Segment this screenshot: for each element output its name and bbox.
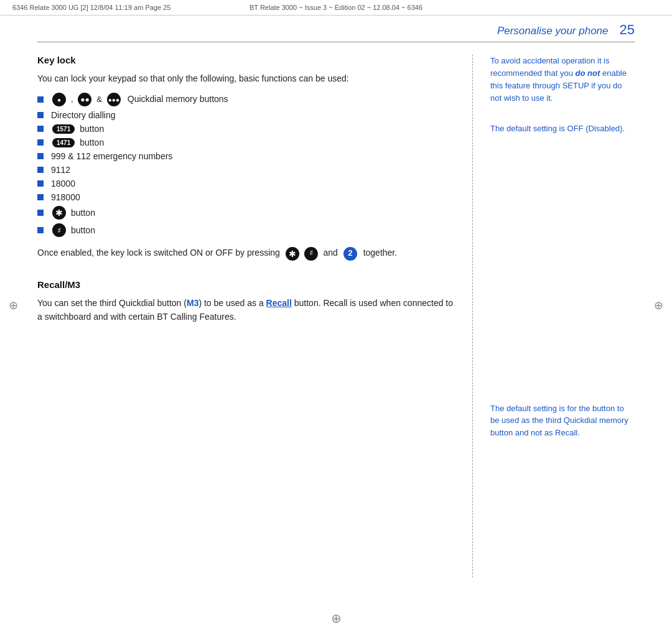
bullet-icon: [37, 139, 44, 146]
list-item: ♯ button: [37, 223, 454, 237]
keylock-bullet-list: ● , ●● & ●●● Quickdial memory buttons Di…: [37, 93, 454, 237]
right-margin-mark: ⊕: [654, 299, 663, 312]
emergency-label: 999 & 112 emergency numbers: [51, 151, 172, 161]
2-button-icon: 2: [343, 247, 357, 261]
note1-bold-text: do not: [576, 68, 600, 78]
note3-text: The default setting is for the button to…: [490, 404, 628, 437]
bullet-icon: [37, 180, 44, 187]
list-item: 1471 button: [37, 137, 454, 147]
recall-text-a: You can set the third Quickdial button (: [37, 298, 187, 308]
list-item: 999 & 112 emergency numbers: [37, 151, 454, 161]
list-item: 9112: [37, 165, 454, 175]
star-inline-icon: ✱: [286, 247, 299, 261]
m2-button-icon: ●●: [78, 93, 91, 106]
bullet-icon: [37, 126, 44, 132]
directory-dialling-label: Directory dialling: [51, 110, 115, 120]
section-keylock: Key lock You can lock your keypad so tha…: [37, 55, 454, 261]
quickdial-label: Quickdial memory buttons: [128, 94, 228, 104]
recall-heading: Recall/M3: [37, 279, 454, 290]
hash-button-icon: ♯: [52, 223, 66, 237]
list-item: ● , ●● & ●●● Quickdial memory buttons: [37, 93, 454, 106]
sidebar-notes: To avoid accidental operation it is reco…: [473, 55, 635, 577]
list-item: 918000: [37, 192, 454, 202]
note2-text: The default setting is OFF (Disabled).: [490, 124, 625, 133]
9112-label: 9112: [51, 165, 70, 175]
list-item: Directory dialling: [37, 110, 454, 120]
recall-link: Recall: [266, 298, 292, 308]
recall-text-b: ) to be used as a: [198, 298, 266, 308]
keylock-heading: Key lock: [37, 55, 454, 65]
star-button-label: button: [71, 208, 95, 218]
keylock-para2: Once enabled, the key lock is switched O…: [37, 246, 454, 260]
note-default-recall: The default setting is for the button to…: [490, 402, 635, 439]
bullet-icon: [37, 96, 44, 103]
list-item: 18000: [37, 179, 454, 188]
list-item: 1571 button: [37, 124, 454, 134]
hash-button-label: button: [71, 225, 95, 235]
bullet-icon: [37, 167, 44, 173]
and-text: and: [324, 248, 338, 258]
bullet-icon: [37, 227, 44, 233]
recall-para1: You can set the third Quickdial button (…: [37, 296, 454, 324]
main-content-left: Key lock You can lock your keypad so tha…: [37, 55, 473, 577]
18000-label: 18000: [51, 179, 75, 188]
star-button-icon: ✱: [52, 206, 66, 220]
once-enabled-prefix: Once enabled, the key lock is switched O…: [37, 248, 280, 258]
keylock-para1: You can lock your keypad so that only th…: [37, 72, 454, 85]
left-margin-mark: ⊕: [9, 299, 18, 312]
section-recall: Recall/M3 You can set the third Quickdia…: [37, 279, 454, 324]
bullet-icon: [37, 210, 44, 216]
bullet-icon: [37, 112, 44, 118]
note-default-off: The default setting is OFF (Disabled).: [490, 123, 635, 135]
together-text: together.: [363, 248, 398, 258]
hash-inline-icon: ♯: [304, 247, 318, 261]
m3-label: M3: [187, 298, 198, 308]
note-avoid-accidental: To avoid accidental operation it is reco…: [490, 55, 635, 105]
bullet-icon: [37, 153, 44, 159]
bullet-icon: [37, 194, 44, 200]
918000-label: 918000: [51, 192, 80, 202]
page-number: 25: [620, 22, 635, 38]
header-subtitle: BT Relate 3000 ~ Issue 3 ~ Edition 02 ~ …: [250, 4, 422, 11]
m1-button-icon: ●: [52, 93, 66, 106]
1571-button-icon: 1571: [52, 124, 75, 134]
1571-label: button: [80, 124, 104, 134]
list-item: ✱ button: [37, 206, 454, 220]
header-file-info: 6346 Relate 3000 UG [2] 12/8/04 11:19 am…: [12, 4, 170, 11]
1471-label: button: [80, 137, 104, 147]
bottom-registration-mark: ⊕: [331, 611, 342, 626]
m3-button-icon: ●●●: [107, 93, 121, 106]
page-title: Personalise your phone: [497, 25, 609, 37]
1471-button-icon: 1471: [52, 138, 75, 147]
